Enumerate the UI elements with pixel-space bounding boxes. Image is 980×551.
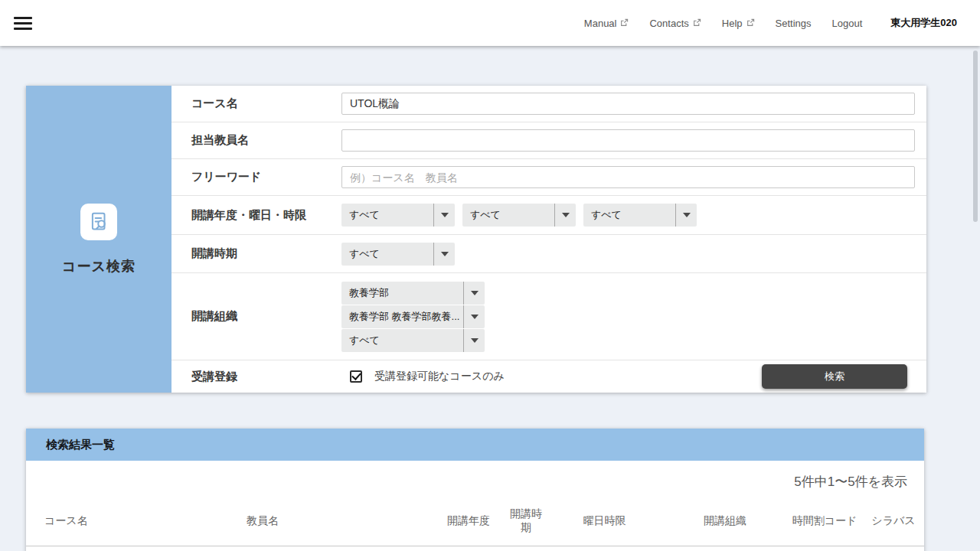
instructor-label: 担当教員名 <box>172 133 341 148</box>
search-button[interactable]: 検索 <box>762 364 907 389</box>
current-user: 東大用学生020 <box>890 16 957 30</box>
registration-label: 受講登録 <box>172 370 341 384</box>
field-row-term: 開講時期 すべて <box>172 234 926 272</box>
field-row-instructor: 担当教員名 <box>172 122 926 158</box>
year-select[interactable]: すべて <box>341 204 455 227</box>
field-row-organization: 開講組織 教養学部 教養学部 教養学部教養... すべて <box>172 272 926 360</box>
organization-label: 開講組織 <box>172 309 341 324</box>
nav-contacts-label: Contacts <box>649 18 688 29</box>
course-search-icon <box>80 204 117 240</box>
free-word-input[interactable] <box>341 166 915 188</box>
term-select-value: すべて <box>341 247 433 261</box>
field-row-course-name: コース名 <box>172 86 926 122</box>
nav-help-label: Help <box>722 18 743 29</box>
day-select[interactable]: すべて <box>462 204 576 227</box>
cell-year: 2023 <box>430 546 507 551</box>
day-select-value: すべて <box>462 208 554 222</box>
nav-settings[interactable]: Settings <box>776 18 812 29</box>
registrable-only-label: 受講登録可能なコースのみ <box>374 370 505 383</box>
nav-logout[interactable]: Logout <box>832 18 863 29</box>
organization-select-1-value: 教養学部 <box>341 286 463 300</box>
chevron-down-icon <box>433 204 455 227</box>
chevron-down-icon <box>463 282 485 305</box>
chevron-down-icon <box>463 329 485 352</box>
menu-icon[interactable] <box>14 17 32 30</box>
course-name-input[interactable] <box>341 93 915 115</box>
panel-title: コース検索 <box>62 257 136 276</box>
external-link-icon <box>620 18 629 27</box>
chevron-down-icon <box>675 204 697 227</box>
course-search-panel: コース検索 コース名 担当教員名 フリーワード 開講年度・曜日・時限 <box>26 86 926 393</box>
free-word-label: フリーワード <box>172 170 341 184</box>
col-course-name: コース名 <box>26 497 247 546</box>
results-table: コース名 教員名 開講年度 開講時期 曜日時限 開講組織 時間割コード シラバス… <box>26 497 924 551</box>
period-select[interactable]: すべて <box>583 204 697 227</box>
course-search-form: コース名 担当教員名 フリーワード 開講年度・曜日・時限 すべて <box>172 86 926 393</box>
results-body: 5件中1〜5件を表示 コース名 教員名 開講年度 開講時期 曜日時限 開講組織 … <box>26 461 924 551</box>
nav-contacts[interactable]: Contacts <box>649 18 701 29</box>
results-title: 検索結果一覧 <box>46 438 115 452</box>
top-nav: Manual Contacts Help Settings Logout 東大用… <box>584 16 957 30</box>
cell-timetable-code: UTokyoCourse001 <box>786 546 863 551</box>
organization-select-3[interactable]: すべて <box>341 329 485 352</box>
nav-logout-label: Logout <box>832 18 863 29</box>
nav-manual-label: Manual <box>584 18 617 29</box>
nav-manual[interactable]: Manual <box>584 18 629 29</box>
results-count-summary: 5件中1〜5件を表示 <box>26 473 924 491</box>
col-year: 開講年度 <box>430 497 507 546</box>
course-name-label: コース名 <box>172 96 341 111</box>
external-link-icon <box>693 18 701 27</box>
cell-day-period: 月曜日 1時限 <box>545 546 664 551</box>
organization-select-2[interactable]: 教養学部 教養学部教養... <box>341 305 485 328</box>
chevron-down-icon <box>433 243 455 266</box>
results-header: 検索結果一覧 <box>26 429 924 461</box>
course-search-side-panel: コース検索 <box>26 86 172 393</box>
col-timetable-code: 時間割コード <box>786 497 863 546</box>
cell-organization: 教養学部 <box>664 546 786 551</box>
year-select-value: すべて <box>341 208 433 222</box>
table-row: 東大用コース001 東大用教職員010 東大用教職員011 2023 通年 月曜… <box>26 546 924 551</box>
cell-course-name[interactable]: 東大用コース001 <box>26 546 247 551</box>
scrollbar-thumb[interactable] <box>973 51 978 222</box>
col-organization: 開講組織 <box>664 497 786 546</box>
search-results-section: 検索結果一覧 5件中1〜5件を表示 コース名 教員名 開講年度 開講時期 曜日時… <box>26 429 924 551</box>
chevron-down-icon <box>463 305 485 328</box>
cell-instructors: 東大用教職員010 東大用教職員011 <box>247 546 430 551</box>
external-link-icon <box>746 18 755 27</box>
term-label: 開講時期 <box>172 246 341 261</box>
nav-settings-label: Settings <box>776 18 812 29</box>
field-row-registration: 受講登録 受講登録可能なコースのみ 検索 <box>172 360 926 393</box>
field-row-year-day-period: 開講年度・曜日・時限 すべて すべて すべて <box>172 195 926 234</box>
term-select[interactable]: すべて <box>341 243 455 266</box>
organization-select-3-value: すべて <box>341 334 463 347</box>
col-term: 開講時期 <box>507 497 545 546</box>
field-row-free-word: フリーワード <box>172 158 926 195</box>
organization-select-2-value: 教養学部 教養学部教養... <box>341 310 463 324</box>
col-syllabus: シラバス <box>863 497 924 546</box>
results-table-header-row: コース名 教員名 開講年度 開講時期 曜日時限 開講組織 時間割コード シラバス <box>26 497 924 546</box>
nav-help[interactable]: Help <box>722 18 755 29</box>
instructor-input[interactable] <box>341 129 915 152</box>
syllabus-link[interactable] <box>863 546 924 551</box>
period-select-value: すべて <box>583 208 675 222</box>
registrable-only-checkbox[interactable] <box>350 370 362 383</box>
organization-select-1[interactable]: 教養学部 <box>341 282 485 305</box>
col-instructors: 教員名 <box>247 497 430 546</box>
chevron-down-icon <box>554 204 576 227</box>
col-day-period: 曜日時限 <box>545 497 664 546</box>
cell-term: 通年 <box>507 546 545 551</box>
top-bar: Manual Contacts Help Settings Logout 東大用… <box>0 0 980 46</box>
year-day-period-label: 開講年度・曜日・時限 <box>172 208 341 223</box>
